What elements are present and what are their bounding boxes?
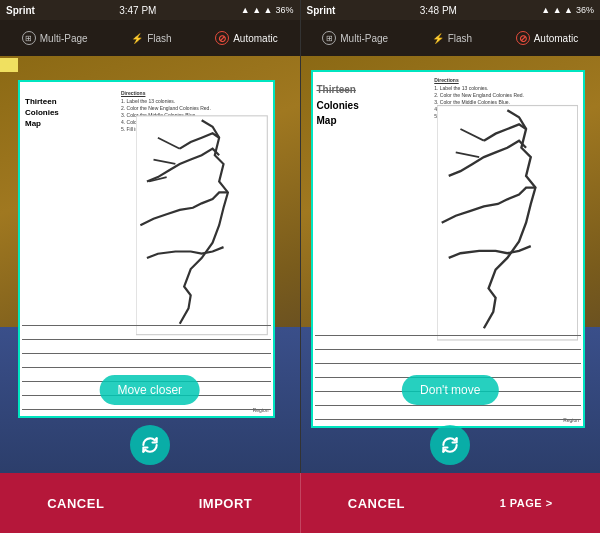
multipage-icon-left: ⊞ (22, 31, 36, 45)
automatic-left[interactable]: ⊘ Automatic (215, 31, 277, 45)
doc-subtitle-right: ColoniesMap (317, 98, 359, 128)
bottom-bar: CANCEL IMPORT CANCEL 1 PAGE > (0, 473, 600, 533)
flash-icon-right: ⚡ (432, 33, 444, 44)
toolbar-left: ⊞ Multi-Page ⚡ Flash ⊘ Automatic (0, 20, 300, 56)
multipage-icon-right: ⊞ (322, 31, 336, 45)
hint-pill-right: Don't move (402, 375, 498, 405)
automatic-icon-left: ⊘ (215, 31, 229, 45)
flash-left[interactable]: ⚡ Flash (131, 33, 171, 44)
cancel-button-left[interactable]: CANCEL (37, 488, 114, 519)
cancel-button-right[interactable]: CANCEL (338, 488, 415, 519)
time-right: 3:48 PM (420, 5, 457, 16)
refresh-button-left[interactable] (130, 425, 170, 465)
carrier-left: Sprint (6, 5, 35, 16)
status-bar-right: Sprint 3:48 PM ▲ ▲ ▲ 36% (301, 0, 601, 20)
map-svg-right (437, 90, 578, 356)
status-bar-left: Sprint 3:47 PM ▲ ▲ ▲ 36% (0, 0, 300, 20)
doc-title-left: ThirteenColoniesMap (25, 96, 59, 130)
dir-title-right: Directions (434, 77, 583, 84)
refresh-button-right[interactable] (430, 425, 470, 465)
doc-content-right: Thirteen ColoniesMap Directions 1. Label… (313, 72, 584, 426)
refresh-icon-right (440, 435, 460, 455)
battery-icon-right: ▲ ▲ ▲ (541, 5, 573, 15)
battery-right: ▲ ▲ ▲ 36% (541, 5, 594, 15)
map-svg-left (136, 100, 267, 351)
doc-title-right: Thirteen (317, 82, 356, 97)
automatic-right[interactable]: ⊘ Automatic (516, 31, 578, 45)
left-screen: Sprint 3:47 PM ▲ ▲ ▲ 36% ⊞ Multi-Page ⚡ … (0, 0, 301, 473)
battery-icon-left: ▲ ▲ ▲ (241, 5, 273, 15)
svg-rect-0 (136, 116, 267, 335)
multipage-left[interactable]: ⊞ Multi-Page (22, 31, 88, 45)
flash-right[interactable]: ⚡ Flash (432, 33, 472, 44)
refresh-icon-left (140, 435, 160, 455)
multipage-right[interactable]: ⊞ Multi-Page (322, 31, 388, 45)
bottom-right-section: CANCEL 1 PAGE > (300, 473, 601, 533)
time-left: 3:47 PM (119, 5, 156, 16)
carrier-right: Sprint (307, 5, 336, 16)
import-button[interactable]: IMPORT (189, 488, 263, 519)
sticky-note-left (0, 58, 18, 72)
svg-rect-4 (437, 106, 578, 340)
toolbar-right: ⊞ Multi-Page ⚡ Flash ⊘ Automatic (301, 20, 601, 56)
battery-left: ▲ ▲ ▲ 36% (241, 5, 294, 15)
doc-content-left: ThirteenColoniesMap Directions 1. Label … (20, 82, 273, 416)
flash-icon-left: ⚡ (131, 33, 143, 44)
hint-pill-left: Move closer (99, 375, 200, 405)
automatic-icon-right: ⊘ (516, 31, 530, 45)
document-left: ThirteenColoniesMap Directions 1. Label … (18, 80, 275, 418)
bottom-left-section: CANCEL IMPORT (0, 473, 300, 533)
right-screen: Sprint 3:48 PM ▲ ▲ ▲ 36% ⊞ Multi-Page ⚡ … (301, 0, 601, 473)
pages-button[interactable]: 1 PAGE > (490, 489, 563, 517)
